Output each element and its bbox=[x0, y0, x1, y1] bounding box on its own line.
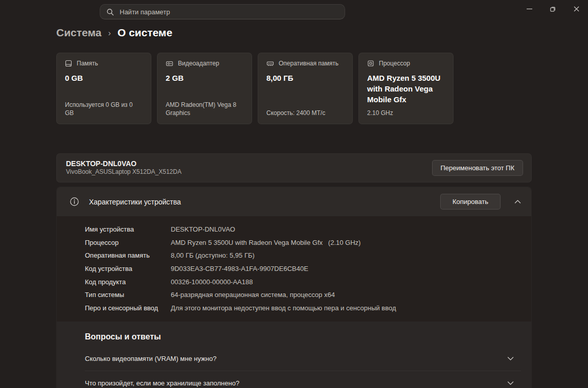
card-footer: Скорость: 2400 МТ/с bbox=[266, 109, 344, 117]
summary-cards: Память 0 GB Используется 0 GB из 0 GB Ви… bbox=[56, 53, 454, 124]
card-value: AMD Ryzen 5 3500U with Radeon Vega Mobil… bbox=[367, 73, 445, 105]
breadcrumb-system[interactable]: Система bbox=[56, 27, 101, 39]
device-specs-panel: Имя устройства DESKTOP-DNL0VAO Процессор… bbox=[57, 216, 531, 322]
spec-label: Процессор bbox=[85, 239, 171, 246]
faq-title: Вопросы и ответы bbox=[85, 332, 521, 341]
chevron-down-icon[interactable] bbox=[507, 356, 514, 361]
close-icon bbox=[573, 6, 580, 12]
restore-icon bbox=[550, 6, 556, 12]
spec-row-system-type: Тип системы 64-разрядная операционная си… bbox=[85, 288, 519, 302]
spec-row-processor: Процессор AMD Ryzen 5 3500U with Radeon … bbox=[85, 236, 519, 249]
spec-row-device-name: Имя устройства DESKTOP-DNL0VAO bbox=[85, 223, 519, 236]
faq-section: Вопросы и ответы Сколько видеопамяти (VR… bbox=[57, 322, 531, 388]
restore-button[interactable] bbox=[541, 0, 564, 17]
window-controls bbox=[517, 0, 588, 17]
faq-item-vram[interactable]: Сколько видеопамяти (VRAM) мне нужно? bbox=[85, 347, 521, 371]
faq-item-storage-full[interactable]: Что произойдет, если мое хранилище запол… bbox=[85, 371, 521, 388]
cpu-icon bbox=[367, 60, 374, 67]
device-specs-expander: Характеристики устройства Копировать Имя… bbox=[56, 187, 532, 388]
close-button[interactable] bbox=[564, 0, 588, 17]
device-identity: DESKTOP-DNL0VAO VivoBook_ASUSLaptop X512… bbox=[66, 159, 182, 176]
settings-search[interactable] bbox=[100, 4, 345, 19]
gpu-icon bbox=[166, 60, 173, 67]
device-model: VivoBook_ASUSLaptop X512DA_X512DA bbox=[66, 168, 182, 176]
card-footer: Используется 0 GB из 0 GB bbox=[65, 101, 143, 117]
card-cpu[interactable]: Процессор AMD Ryzen 5 3500U with Radeon … bbox=[358, 53, 454, 124]
page-title: О системе bbox=[118, 27, 172, 39]
spec-label: Код продукта bbox=[85, 278, 171, 286]
card-ram[interactable]: Оперативная память 8,00 ГБ Скорость: 240… bbox=[258, 53, 353, 124]
spec-value: Для этого монитора недоступен ввод с пом… bbox=[171, 304, 396, 312]
card-value: 2 GB bbox=[166, 73, 243, 83]
chevron-up-icon[interactable] bbox=[514, 199, 521, 204]
card-label: Память bbox=[77, 60, 98, 67]
breadcrumb: Система › О системе bbox=[56, 27, 172, 39]
spec-value: AMD Ryzen 5 3500U with Radeon Vega Mobil… bbox=[171, 239, 360, 246]
storage-icon bbox=[65, 60, 72, 67]
spec-value: DESKTOP-DNL0VAO bbox=[171, 225, 235, 233]
rename-pc-button[interactable]: Переименовать этот ПК bbox=[432, 160, 524, 176]
spec-label: Перо и сенсорный ввод bbox=[85, 304, 171, 312]
card-footer: AMD Radeon(TM) Vega 8 Graphics bbox=[166, 101, 243, 117]
card-label: Оперативная память bbox=[279, 60, 338, 67]
faq-question: Сколько видеопамяти (VRAM) мне нужно? bbox=[85, 355, 216, 362]
spec-value: 00326-10000-00000-AA188 bbox=[171, 278, 253, 286]
card-value: 8,00 ГБ bbox=[266, 73, 344, 83]
info-icon bbox=[70, 197, 79, 207]
spec-row-ram: Оперативная память 8,00 ГБ (доступно: 5,… bbox=[85, 249, 519, 262]
search-input[interactable] bbox=[119, 8, 338, 16]
spec-label: Код устройства bbox=[85, 265, 171, 272]
ram-icon bbox=[266, 60, 274, 67]
device-name: DESKTOP-DNL0VAO bbox=[66, 159, 182, 169]
copy-button[interactable]: Копировать bbox=[440, 194, 501, 210]
search-icon bbox=[106, 8, 114, 16]
card-value: 0 GB bbox=[65, 73, 143, 83]
card-gpu[interactable]: Видеоадаптер 2 GB AMD Radeon(TM) Vega 8 … bbox=[157, 53, 252, 124]
settings-window: Система › О системе Память 0 GB Использу… bbox=[0, 0, 588, 388]
spec-label: Тип системы bbox=[85, 291, 171, 299]
spec-row-device-id: Код устройства 9D033EA3-CB77-4983-A1FA-9… bbox=[85, 262, 519, 276]
device-specs-header[interactable]: Характеристики устройства Копировать bbox=[57, 187, 531, 216]
card-label: Видеоадаптер bbox=[178, 60, 219, 67]
breadcrumb-separator-icon: › bbox=[108, 29, 110, 38]
minimize-button[interactable] bbox=[517, 0, 541, 17]
card-footer: 2.10 GHz bbox=[367, 109, 445, 117]
card-label: Процессор bbox=[379, 60, 410, 67]
chevron-down-icon[interactable] bbox=[507, 381, 514, 385]
minimize-icon bbox=[526, 6, 533, 12]
faq-question: Что произойдет, если мое хранилище запол… bbox=[85, 379, 239, 387]
spec-label: Оперативная память bbox=[85, 252, 171, 259]
spec-label: Имя устройства bbox=[85, 225, 171, 233]
spec-row-pen-touch: Перо и сенсорный ввод Для этого монитора… bbox=[85, 302, 519, 315]
spec-value: 9D033EA3-CB77-4983-A1FA-9907DE6CB40E bbox=[171, 265, 308, 272]
spec-value: 8,00 ГБ (доступно: 5,95 ГБ) bbox=[171, 252, 255, 259]
device-name-band: DESKTOP-DNL0VAO VivoBook_ASUSLaptop X512… bbox=[56, 153, 532, 182]
spec-value: 64-разрядная операционная система, проце… bbox=[171, 291, 335, 299]
device-specs-title: Характеристики устройства bbox=[89, 198, 181, 206]
spec-row-product-id: Код продукта 00326-10000-00000-AA188 bbox=[85, 275, 519, 288]
card-storage[interactable]: Память 0 GB Используется 0 GB из 0 GB bbox=[56, 53, 151, 124]
